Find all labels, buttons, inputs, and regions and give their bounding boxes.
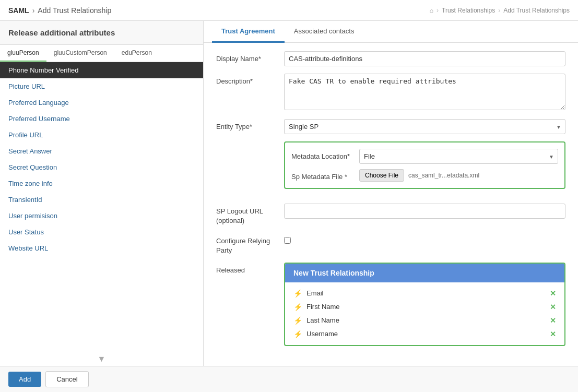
breadcrumb-sep1: › <box>437 7 439 14</box>
left-panel: Release additional attributes gluuPerson… <box>0 21 204 366</box>
entity-type-label: Entity Type* <box>216 119 284 132</box>
description-label: Description* <box>216 74 284 86</box>
tab-trust-agreement[interactable]: Trust Agreement <box>212 21 285 43</box>
released-row: Released New Trust Relationship ⚡ Email … <box>216 263 565 346</box>
breadcrumb-item-2: Add Trust Relationships <box>503 7 570 14</box>
lightning-icon-first-name: ⚡ <box>293 303 302 311</box>
attr-item-transientid[interactable]: TransientId <box>0 192 203 208</box>
released-item-first-name: ⚡ First Name ✕ <box>285 300 564 314</box>
file-name-display: cas_saml_tr...etadata.xml <box>408 172 479 179</box>
tab-gluuPerson[interactable]: gluuPerson <box>0 45 46 62</box>
configure-relaying-party-field <box>284 233 565 245</box>
home-icon: ⌂ <box>430 7 433 14</box>
sp-metadata-file-label: Sp Metadata File * <box>291 169 359 182</box>
metadata-spacer <box>216 141 284 145</box>
lightning-icon-last-name: ⚡ <box>293 316 302 325</box>
released-item-email: ⚡ Email ✕ <box>285 287 564 300</box>
attr-item-user-permission[interactable]: User permisison <box>0 208 203 224</box>
description-row: Description* Fake CAS TR to enable requi… <box>216 74 565 112</box>
released-item-first-name-name: First Name <box>306 303 546 311</box>
metadata-green-box: Metadata Location* File URL Manual <box>284 141 565 189</box>
metadata-location-label: Metadata Location* <box>291 149 359 161</box>
sp-logout-url-field <box>284 204 565 219</box>
right-panel: Trust Agreement Associated contacts Disp… <box>204 21 578 366</box>
released-items-list: ⚡ Email ✕ ⚡ First Name ✕ ⚡ L <box>285 282 564 345</box>
sp-logout-url-row: SP Logout URL (optional) <box>216 204 565 225</box>
metadata-location-row: Metadata Location* File URL Manual <box>291 149 558 164</box>
released-label: Released <box>216 263 284 275</box>
left-tabs: gluuPerson gluuCustomPerson eduPerson <box>0 45 203 62</box>
entity-type-field: Single SP Federation <box>284 119 565 134</box>
tab-bar: Trust Agreement Associated contacts <box>204 21 578 43</box>
metadata-location-field: File URL Manual <box>359 149 558 164</box>
released-item-email-name: Email <box>306 289 546 297</box>
attribute-list: Phone Number Verified Picture URL Prefer… <box>0 62 203 352</box>
remove-email-button[interactable]: ✕ <box>550 289 556 298</box>
breadcrumb-item-1[interactable]: Trust Relationships <box>442 7 495 14</box>
breadcrumb-chevron: › <box>32 6 35 15</box>
top-nav: SAML › Add Trust Relationship ⌂ › Trust … <box>0 0 578 21</box>
attr-item-preferred-username[interactable]: Preferred Username <box>0 111 203 127</box>
released-item-last-name: ⚡ Last Name ✕ <box>285 314 564 327</box>
released-header: New Trust Relationship <box>285 264 564 282</box>
app-name: SAML <box>8 6 29 15</box>
attr-item-user-status[interactable]: User Status <box>0 224 203 240</box>
tab-eduPerson[interactable]: eduPerson <box>114 45 159 62</box>
entity-type-select[interactable]: Single SP Federation <box>284 119 565 134</box>
left-panel-title: Release additional attributes <box>0 21 203 45</box>
main-container: Release additional attributes gluuPerson… <box>0 21 578 366</box>
released-item-username: ⚡ Username ✕ <box>285 327 564 341</box>
file-input-row: Choose File cas_saml_tr...etadata.xml <box>359 169 558 182</box>
page-title: Add Trust Relationship <box>38 6 111 15</box>
attr-item-secret-question[interactable]: Secret Question <box>0 159 203 175</box>
attr-item-picture-url[interactable]: Picture URL <box>0 78 203 94</box>
configure-relaying-party-label: Configure Relying Party <box>216 233 284 255</box>
sp-metadata-file-row: Sp Metadata File * Choose File cas_saml_… <box>291 169 558 182</box>
configure-relaying-party-row: Configure Relying Party <box>216 233 565 255</box>
released-field: New Trust Relationship ⚡ Email ✕ ⚡ First… <box>284 263 565 346</box>
description-field: Fake CAS TR to enable required attribute… <box>284 74 565 112</box>
display-name-field <box>284 51 565 66</box>
metadata-location-select[interactable]: File URL Manual <box>359 149 558 164</box>
tab-associated-contacts[interactable]: Associated contacts <box>285 21 364 43</box>
metadata-green-box-row: Metadata Location* File URL Manual <box>216 141 565 196</box>
breadcrumb-sep2: › <box>498 7 500 14</box>
metadata-location-select-wrapper: File URL Manual <box>359 149 558 164</box>
attr-item-website-url[interactable]: Website URL <box>0 240 203 256</box>
sp-logout-url-input[interactable] <box>284 204 565 219</box>
form-section: Display Name* Description* Fake CAS TR t… <box>204 43 578 362</box>
scroll-down-indicator: ▼ <box>0 352 203 366</box>
entity-type-row: Entity Type* Single SP Federation <box>216 119 565 134</box>
released-box: New Trust Relationship ⚡ Email ✕ ⚡ First… <box>284 263 565 346</box>
attr-item-secret-answer[interactable]: Secret Answer <box>0 143 203 159</box>
released-item-username-name: Username <box>306 330 546 338</box>
app-title-area: SAML › Add Trust Relationship <box>8 6 111 15</box>
attr-item-preferred-language[interactable]: Preferred Language <box>0 94 203 111</box>
display-name-row: Display Name* <box>216 51 565 66</box>
attr-item-profile-url[interactable]: Profile URL <box>0 127 203 143</box>
remove-username-button[interactable]: ✕ <box>550 330 556 338</box>
breadcrumb: ⌂ › Trust Relationships › Add Trust Rela… <box>430 7 570 14</box>
lightning-icon-email: ⚡ <box>293 289 302 298</box>
display-name-label: Display Name* <box>216 51 284 64</box>
remove-first-name-button[interactable]: ✕ <box>550 303 556 311</box>
description-input[interactable]: Fake CAS TR to enable required attribute… <box>284 74 565 110</box>
sp-logout-url-label: SP Logout URL (optional) <box>216 204 284 225</box>
tab-gluuCustomPerson[interactable]: gluuCustomPerson <box>46 45 114 62</box>
display-name-input[interactable] <box>284 51 565 66</box>
attr-item-timezone-info[interactable]: Time zone info <box>0 175 203 192</box>
released-item-last-name-name: Last Name <box>306 316 546 324</box>
entity-type-select-wrapper: Single SP Federation <box>284 119 565 134</box>
lightning-icon-username: ⚡ <box>293 330 302 338</box>
metadata-green-box-field: Metadata Location* File URL Manual <box>284 141 565 196</box>
attr-item-phone-number-verified[interactable]: Phone Number Verified <box>0 62 203 78</box>
configure-relaying-party-checkbox[interactable] <box>284 237 291 244</box>
sp-metadata-file-field: Choose File cas_saml_tr...etadata.xml <box>359 169 558 182</box>
choose-file-button[interactable]: Choose File <box>359 169 404 182</box>
remove-last-name-button[interactable]: ✕ <box>550 316 556 325</box>
